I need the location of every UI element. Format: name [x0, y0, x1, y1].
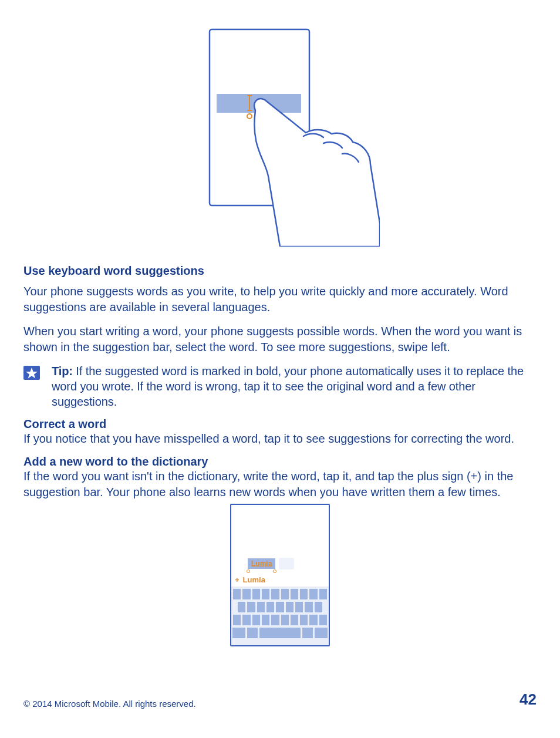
footer-copyright: © 2014 Microsoft Mobile. All rights rese…	[23, 699, 196, 709]
tip-label: Tip:	[52, 365, 73, 378]
chat-bubble	[279, 558, 294, 569]
tip-text: Tip: If the suggested word is marked in …	[52, 363, 537, 409]
heading-use-keyboard-word-suggestions: Use keyboard word suggestions	[23, 264, 537, 278]
star-icon	[23, 366, 40, 380]
footer-page-number: 42	[519, 690, 537, 709]
typed-word: Lumia	[251, 560, 272, 568]
selection-handle-left	[247, 569, 250, 573]
tip-block: Tip: If the suggested word is marked in …	[23, 363, 537, 409]
para-suggestions-intro: Your phone suggests words as you write, …	[23, 284, 537, 315]
heading-correct-a-word: Correct a word	[23, 417, 537, 431]
phone-tap-illustration	[180, 23, 380, 247]
phone-screen-blank-area	[231, 508, 329, 558]
figure-add-word-dictionary: Lumia + Lumia	[23, 504, 537, 646]
phone-keyboard-illustration: Lumia + Lumia	[230, 504, 330, 646]
plus-icon: +	[235, 575, 239, 584]
suggestion-word: Lumia	[243, 575, 265, 584]
heading-add-new-word: Add a new word to the dictionary	[23, 455, 537, 469]
page-footer: © 2014 Microsoft Mobile. All rights rese…	[23, 690, 537, 709]
tip-body: If the suggested word is marked in bold,…	[52, 365, 524, 408]
figure-tap-text-cursor	[23, 23, 537, 247]
para-add-new-word: If the word you want isn't in the dictio…	[23, 469, 537, 500]
on-screen-keyboard	[231, 587, 329, 645]
para-correct-a-word: If you notice that you have misspelled a…	[23, 431, 537, 447]
suggestion-bar: + Lumia	[231, 573, 329, 587]
typed-text-row: Lumia	[231, 558, 329, 569]
para-suggestions-howto: When you start writing a word, your phon…	[23, 323, 537, 355]
typed-word-highlight: Lumia	[248, 558, 275, 569]
